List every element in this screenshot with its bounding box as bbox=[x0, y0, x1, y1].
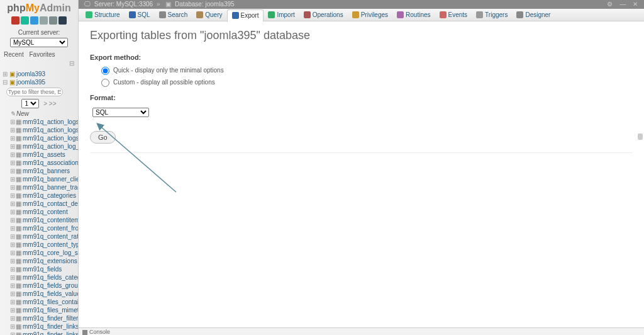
tab-sql[interactable]: SQL bbox=[125, 9, 155, 21]
expand-icon[interactable]: ⊞ bbox=[10, 266, 15, 273]
expand-icon[interactable]: ⊞ bbox=[10, 274, 15, 281]
collapse-icon[interactable]: ⊟ bbox=[3, 79, 8, 86]
expand-icon[interactable]: ⊞ bbox=[10, 298, 15, 305]
expand-icon[interactable]: ⊞ bbox=[10, 208, 15, 215]
expand-icon[interactable]: ⊞ bbox=[10, 127, 15, 133]
expand-icon[interactable]: ⊞ bbox=[10, 315, 15, 322]
method-quick-radio[interactable] bbox=[101, 67, 109, 75]
server-value[interactable]: MySQL:3306 bbox=[116, 1, 153, 8]
logout-icon[interactable] bbox=[21, 16, 29, 25]
table-item[interactable]: ⊞▦mm91q_finder_links_terms bbox=[9, 331, 78, 335]
expand-icon[interactable]: ⊞ bbox=[10, 282, 15, 289]
tab-query[interactable]: Query bbox=[192, 9, 226, 21]
expand-icon[interactable]: ⊞ bbox=[10, 241, 15, 248]
expand-icon[interactable]: ⊞ bbox=[10, 331, 15, 335]
filter-input[interactable] bbox=[6, 88, 63, 96]
table-item[interactable]: ⊞▦mm91q_content_rating bbox=[9, 232, 78, 241]
method-quick-row[interactable]: Quick - display only the minimal options bbox=[90, 65, 633, 77]
table-item[interactable]: ⊞▦mm91q_content_frontpage bbox=[9, 224, 78, 232]
expand-icon[interactable]: ⊞ bbox=[3, 71, 8, 77]
console-bar[interactable]: Console bbox=[79, 327, 644, 335]
resize-handle[interactable] bbox=[638, 133, 643, 140]
expand-icon[interactable]: ⊞ bbox=[10, 184, 15, 191]
expand-icon[interactable]: ⊞ bbox=[10, 249, 15, 256]
table-item[interactable]: ⊞▦mm91q_banner_tracks bbox=[9, 183, 78, 191]
docs-icon[interactable] bbox=[30, 16, 38, 25]
table-item[interactable]: ⊞▦mm91q_action_logs bbox=[9, 118, 78, 126]
table-item[interactable]: ⊞▦mm91q_extensions bbox=[9, 257, 78, 265]
table-item[interactable]: ⊞▦mm91q_content_types bbox=[9, 241, 78, 249]
tab-triggers[interactable]: Triggers bbox=[472, 9, 512, 21]
tab-structure[interactable]: Structure bbox=[81, 9, 125, 21]
expand-icon[interactable]: ⊞ bbox=[10, 225, 15, 232]
db-item-joomla395[interactable]: ⊟▣joomla395 bbox=[0, 78, 78, 86]
settings-icon[interactable] bbox=[40, 16, 48, 25]
table-item[interactable]: ⊞▦mm91q_finder_links bbox=[9, 322, 78, 331]
nav-icon[interactable] bbox=[58, 16, 67, 25]
tab-import[interactable]: Import bbox=[264, 9, 299, 21]
recent-link[interactable]: Recent bbox=[4, 51, 24, 58]
db-item-joomla393[interactable]: ⊞▣joomla393 bbox=[0, 70, 78, 78]
table-item[interactable]: ⊞▦mm91q_fields_categories bbox=[9, 273, 78, 281]
table-item[interactable]: ⊞▦mm91q_finder_filters bbox=[9, 314, 78, 322]
new-table[interactable]: ✎New bbox=[9, 110, 78, 118]
method-custom-row[interactable]: Custom - display all possible options bbox=[90, 77, 633, 89]
expand-icon[interactable]: ⊞ bbox=[10, 176, 15, 183]
table-item[interactable]: ⊞▦mm91q_banner_clients bbox=[9, 175, 78, 183]
page-select[interactable]: 1 bbox=[21, 99, 39, 108]
table-item[interactable]: ⊞▦mm91q_assets bbox=[9, 150, 78, 159]
expand-icon[interactable]: ⊞ bbox=[10, 151, 15, 158]
table-item[interactable]: ⊞▦mm91q_contact_details bbox=[9, 200, 78, 208]
expand-icon[interactable]: ⊞ bbox=[10, 258, 15, 264]
expand-icon[interactable]: ⊞ bbox=[10, 168, 15, 174]
tab-events[interactable]: Events bbox=[435, 9, 472, 21]
expand-icon[interactable]: ⊞ bbox=[10, 118, 15, 125]
expand-icon[interactable]: ⊞ bbox=[10, 307, 15, 314]
collapse-icon[interactable]: ⊟ bbox=[0, 60, 78, 69]
table-item[interactable]: ⊞▦mm91q_files_containers bbox=[9, 298, 78, 306]
table-item[interactable]: ⊞▦mm91q_content bbox=[9, 208, 78, 216]
table-item[interactable]: ⊞▦mm91q_banners bbox=[9, 167, 78, 175]
table-item[interactable]: ⊞▦mm91q_action_logs_exten bbox=[9, 126, 78, 134]
tab-operations[interactable]: Operations bbox=[299, 9, 348, 21]
next-page[interactable]: > >> bbox=[43, 100, 56, 107]
table-item[interactable]: ⊞▦mm91q_files_mimetypes bbox=[9, 306, 78, 314]
tab-search[interactable]: Search bbox=[155, 9, 192, 21]
table-item[interactable]: ⊞▦mm91q_action_logs_users bbox=[9, 134, 78, 142]
export-icon bbox=[232, 12, 239, 19]
filter-row bbox=[0, 86, 78, 98]
expand-icon[interactable]: ⊞ bbox=[10, 323, 15, 330]
table-item[interactable]: ⊞▦mm91q_contentitem_tag_m bbox=[9, 216, 78, 224]
table-item[interactable]: ⊞▦mm91q_fields bbox=[9, 265, 78, 273]
table-item[interactable]: ⊞▦mm91q_fields_groups bbox=[9, 281, 78, 290]
expand-icon[interactable]: ⊞ bbox=[10, 192, 15, 199]
table-item[interactable]: ⊞▦mm91q_fields_values bbox=[9, 290, 78, 298]
table-item[interactable]: ⊞▦mm91q_action_log_config bbox=[9, 142, 78, 150]
db-value[interactable]: joomla395 bbox=[205, 1, 234, 8]
table-item[interactable]: ⊞▦mm91q_categories bbox=[9, 191, 78, 200]
export-method-label: Export method: bbox=[90, 54, 633, 61]
go-button[interactable]: Go bbox=[90, 131, 116, 144]
logo[interactable]: phpMyAdmin bbox=[0, 0, 78, 15]
expand-icon[interactable]: ⊞ bbox=[10, 159, 15, 166]
expand-icon[interactable]: ⊞ bbox=[10, 290, 15, 297]
home-icon[interactable] bbox=[11, 16, 19, 25]
format-select[interactable]: SQL bbox=[92, 108, 149, 117]
tab-routines[interactable]: Routines bbox=[392, 9, 435, 21]
window-controls[interactable]: ⚙ — ✕ bbox=[607, 0, 640, 9]
favorites-link[interactable]: Favorites bbox=[29, 51, 55, 58]
expand-icon[interactable]: ⊞ bbox=[10, 135, 15, 142]
method-custom-radio[interactable] bbox=[101, 79, 109, 87]
recent-favorites: Recent Favorites bbox=[0, 49, 78, 60]
table-item[interactable]: ⊞▦mm91q_core_log_searche bbox=[9, 249, 78, 257]
expand-icon[interactable]: ⊞ bbox=[10, 143, 15, 150]
table-item[interactable]: ⊞▦mm91q_associations bbox=[9, 159, 78, 167]
tab-privileges[interactable]: Privileges bbox=[348, 9, 392, 21]
expand-icon[interactable]: ⊞ bbox=[10, 217, 15, 224]
server-select[interactable]: MySQL bbox=[10, 38, 68, 47]
expand-icon[interactable]: ⊞ bbox=[10, 200, 15, 207]
reload-icon[interactable] bbox=[49, 16, 57, 25]
tab-export[interactable]: Export bbox=[227, 9, 264, 22]
expand-icon[interactable]: ⊞ bbox=[10, 233, 15, 240]
tab-designer[interactable]: Designer bbox=[512, 9, 555, 21]
